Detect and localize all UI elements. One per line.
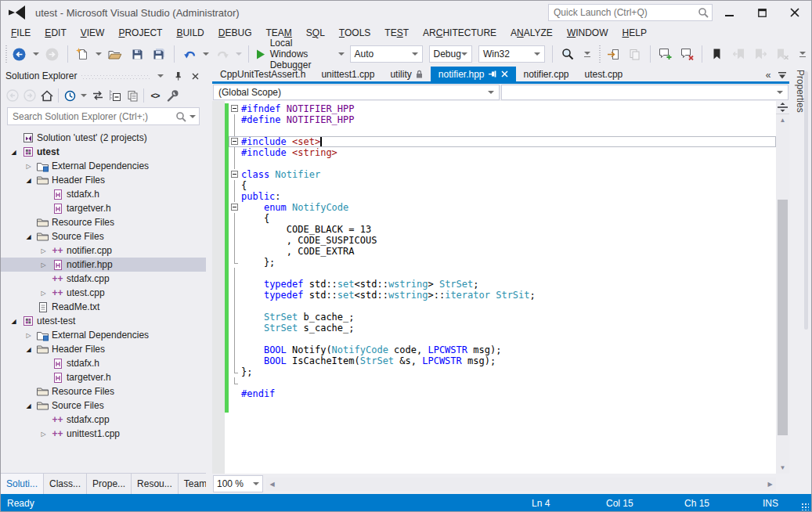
close-tab-icon[interactable] [501,70,508,78]
collapsed-arrow-icon[interactable]: ▷ [22,163,35,170]
menu-project[interactable]: PROJECT [111,26,169,40]
outline-margin[interactable] [229,191,241,202]
tab-notifier-cpp[interactable]: notifier.cpp [516,67,577,81]
tree-item[interactable]: ▷++utest.cpp [1,286,206,300]
dropdown-caret[interactable] [338,52,345,56]
menu-file[interactable]: FILE [4,26,38,40]
combo-caret[interactable] [412,52,418,56]
dropdown-caret[interactable] [203,52,209,56]
previous-bookmark-button[interactable] [728,45,750,63]
new-file-button[interactable] [71,45,93,63]
parameter-info-button[interactable] [624,45,646,63]
navigate-forward-button[interactable] [42,45,63,63]
menu-architecture[interactable]: ARCHITECTURE [416,26,503,40]
menu-view[interactable]: VIEW [74,26,112,40]
outline-margin[interactable] [229,158,241,169]
undo-button[interactable] [179,45,200,63]
outline-margin[interactable] [229,235,241,246]
tree-item[interactable]: Resource Files [1,384,206,398]
menu-edit[interactable]: EDIT [38,26,73,40]
toolbar-grip[interactable] [4,45,7,63]
scroll-tabs-left-button[interactable]: « [761,69,775,81]
tree-item[interactable]: stdafx.h [1,187,206,201]
scroll-left-button[interactable]: ◀ [266,478,278,491]
open-file-button[interactable] [104,45,126,63]
tree-item[interactable]: targetver.h [1,201,206,215]
tree-item[interactable]: Solution 'utest' (2 projects) [1,131,206,145]
search-icon[interactable] [698,7,709,18]
panel-splitter[interactable] [206,67,212,494]
code-editor[interactable]: #ifndef NOTIFIER_HPP#define NOTIFIER_HPP… [212,101,789,474]
save-all-button[interactable] [148,45,170,63]
redo-button[interactable] [211,45,233,63]
uncomment-selection-button[interactable] [676,45,698,63]
outline-margin[interactable] [229,114,241,125]
editor-splitter-handle[interactable] [776,101,789,114]
combo-caret[interactable] [461,52,467,56]
fold-toggle[interactable] [229,103,241,114]
tree-item[interactable]: ▷External Dependencies [1,159,206,173]
outline-margin[interactable] [229,224,241,235]
outline-margin[interactable] [229,279,241,290]
outline-margin[interactable] [229,147,241,158]
tree-item[interactable]: ◢Header Files [1,173,206,187]
tree-item[interactable]: ◢utest-test [1,314,206,328]
clear-bookmarks-button[interactable] [772,45,794,63]
dropdown-caret[interactable] [96,52,102,56]
zoom-dropdown[interactable]: 100 % [213,475,263,492]
tree-item[interactable]: ▷++unittest1.cpp [1,427,206,441]
navigate-backward-button[interactable] [9,45,31,63]
scope-dropdown[interactable]: (Global Scope) [213,85,500,100]
solution-configuration-combo[interactable]: Debug [429,45,472,63]
scroll-down-button[interactable]: ▼ [776,462,789,474]
horizontal-scroll-track[interactable] [278,478,764,491]
tree-item[interactable]: ++stdafx.cpp [1,272,206,286]
properties-button[interactable] [164,87,181,104]
menu-tools[interactable]: TOOLS [332,26,377,40]
tab-utility[interactable]: utility [382,67,430,81]
toolbar-overflow-button[interactable] [797,52,808,57]
tree-item[interactable]: Resource Files [1,215,206,229]
home-button[interactable] [38,87,56,104]
menu-build[interactable]: BUILD [169,26,211,40]
tree-item[interactable]: ◢utest [1,145,206,159]
outline-margin[interactable] [229,213,241,224]
sync-with-active-document-button[interactable] [89,87,106,104]
save-button[interactable] [126,45,148,63]
expanded-arrow-icon[interactable]: ◢ [7,318,20,325]
solution-search-input[interactable] [11,110,175,123]
expanded-arrow-icon[interactable]: ◢ [22,177,35,184]
collapsed-arrow-icon[interactable]: ▷ [22,332,35,339]
solution-platform-combo[interactable]: Win32 [478,45,545,63]
collapse-box-icon[interactable] [231,105,238,112]
quick-launch-input[interactable] [552,6,698,19]
collapsed-arrow-icon[interactable]: ▷ [37,261,50,269]
horizontal-scrollbar[interactable]: ◀ ▶ [266,478,776,491]
fold-toggle[interactable] [229,136,241,147]
outline-margin[interactable] [229,257,241,268]
outline-margin[interactable] [229,388,241,399]
panel-tab-soluti[interactable]: Soluti... [1,474,44,494]
maximize-button[interactable] [745,2,778,23]
toolbar-overflow-button[interactable] [582,52,593,57]
panel-drag-handle[interactable] [81,75,150,79]
menu-debug[interactable]: DEBUG [211,26,259,40]
pin-tab-icon[interactable] [489,70,497,78]
tree-item[interactable]: targetver.h [1,370,206,384]
tree-item[interactable]: ▷notifier.hpp [1,258,206,272]
outline-margin[interactable] [229,246,241,257]
code-surface[interactable]: #ifndef NOTIFIER_HPP#define NOTIFIER_HPP… [212,101,776,474]
indicator-margin[interactable] [212,101,225,474]
outline-margin[interactable] [229,377,241,388]
fold-toggle[interactable] [229,169,241,180]
tree-item[interactable]: ++stdafx.cpp [1,413,206,427]
member-dropdown[interactable] [501,85,789,100]
tree-item[interactable]: ReadMe.txt [1,300,206,314]
tab-cppunittestassert-h[interactable]: CppUnitTestAssert.h [212,67,313,81]
outline-margin[interactable] [229,323,241,334]
tab-utest-cpp[interactable]: utest.cpp [577,67,631,81]
resize-grip[interactable] [796,494,811,512]
menu-analyze[interactable]: ANALYZE [503,26,560,40]
find-in-files-button[interactable] [557,45,579,63]
outline-margin[interactable] [229,301,241,312]
